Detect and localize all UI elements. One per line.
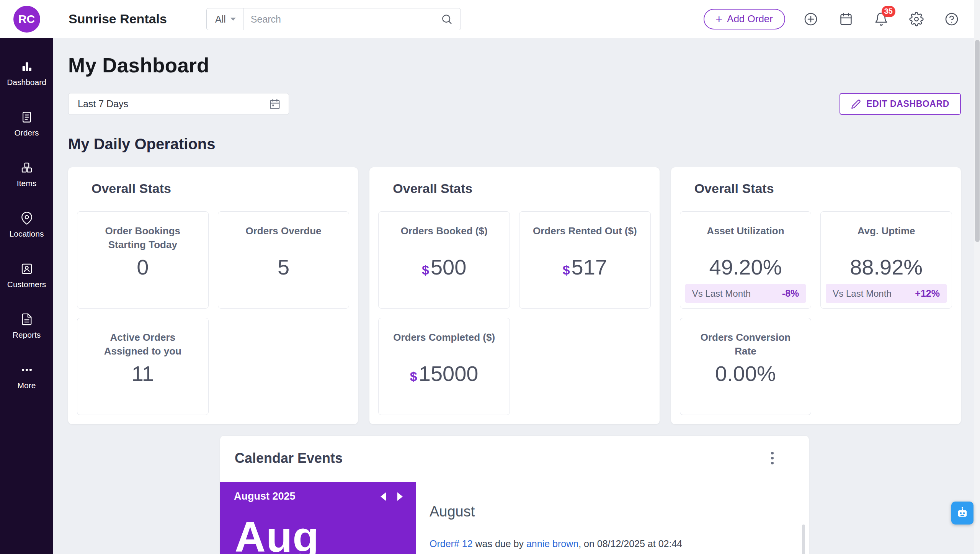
stat-value: 0	[137, 255, 149, 279]
vs-last-month-row: Vs Last Month -8%	[685, 284, 806, 303]
stat-tile-orders-overdue: Orders Overdue 5	[218, 211, 350, 309]
section-title: My Daily Operations	[68, 136, 961, 153]
calendar-icon	[839, 12, 853, 26]
stat-label: Orders Completed ($)	[382, 330, 506, 360]
gear-icon	[909, 12, 924, 26]
month-nav	[379, 491, 404, 502]
page-scrollbar-thumb[interactable]	[975, 40, 980, 242]
more-dots-icon	[20, 363, 33, 376]
stat-value: 5	[278, 255, 289, 279]
edit-dashboard-label: EDIT DASHBOARD	[866, 99, 949, 109]
date-range-value: Last 7 Days	[78, 98, 128, 109]
items-icon	[20, 161, 33, 174]
calendar-events-header: Calendar Events	[220, 436, 809, 467]
stat-label: Asset Utilization	[696, 224, 795, 254]
stat-tile-orders-completed: Orders Completed ($) $15000	[378, 318, 510, 415]
stat-value: 88.92%	[850, 255, 923, 279]
quick-add-button[interactable]	[804, 12, 818, 26]
avatar[interactable]: RC	[13, 6, 40, 33]
event-text: was due by	[473, 538, 526, 549]
next-month-button[interactable]	[396, 491, 404, 502]
calendar-icon	[269, 98, 281, 110]
stat-tile-avg-uptime: Avg. Uptime 88.92% Vs Last Month +12%	[820, 211, 952, 309]
compare-value: +12%	[915, 288, 940, 299]
previous-month-button[interactable]	[379, 491, 387, 502]
events-month-heading: August	[430, 503, 794, 520]
event-item: Order# 12 was due by annie brown, on 08/…	[430, 537, 794, 551]
sidebar-item-more[interactable]: More	[0, 351, 53, 402]
app-root: RC Sunrise Rentals All + Add Order	[0, 0, 980, 554]
vs-last-month-row: Vs Last Month +12%	[826, 284, 947, 303]
circle-plus-icon	[804, 12, 818, 26]
search-icon	[441, 13, 453, 25]
stat-label: Orders Conversion Rate	[680, 330, 811, 360]
chevron-down-icon	[230, 18, 236, 21]
search-filter-label: All	[215, 14, 226, 25]
stat-label: Avg. Uptime	[847, 224, 926, 254]
sidebar-item-customers[interactable]: Customers	[0, 250, 53, 301]
help-button[interactable]	[944, 12, 959, 26]
stat-value: $517	[563, 255, 607, 279]
customers-icon	[20, 262, 33, 275]
sidebar-label-locations: Locations	[10, 229, 44, 239]
stat-tile-orders-rented-out: Orders Rented Out ($) $517	[519, 211, 651, 309]
chatbot-button[interactable]	[951, 502, 973, 525]
sidebar-item-reports[interactable]: Reports	[0, 301, 53, 351]
stat-tile-active-orders-assigned: Active Orders Assigned to you 11	[77, 318, 209, 415]
currency-symbol: $	[410, 369, 417, 384]
calendar-button[interactable]	[839, 12, 853, 26]
topbar-actions: + Add Order 35	[704, 9, 959, 29]
overall-stats-card-2: Overall Stats Orders Booked ($) $500 Ord…	[369, 167, 659, 424]
stat-tile-asset-utilization: Asset Utilization 49.20% Vs Last Month -…	[680, 211, 812, 309]
sidebar-item-locations[interactable]: Locations	[0, 200, 53, 250]
sidebar-label-more: More	[18, 381, 36, 390]
notifications-button[interactable]: 35	[874, 12, 889, 26]
stat-tiles: Asset Utilization 49.20% Vs Last Month -…	[680, 211, 952, 415]
calendar-events-title: Calendar Events	[235, 450, 343, 466]
sidebar-label-orders: Orders	[14, 128, 39, 137]
notification-badge: 35	[882, 6, 895, 17]
settings-button[interactable]	[909, 12, 924, 26]
overall-stats-card-3: Overall Stats Asset Utilization 49.20% V…	[671, 167, 961, 424]
dashboard-controls: Last 7 Days EDIT DASHBOARD	[68, 93, 961, 115]
compare-label: Vs Last Month	[692, 288, 751, 299]
sidebar: Dashboard Orders Items Locations Custome…	[0, 38, 53, 554]
order-link[interactable]: Order# 12	[430, 538, 473, 549]
customer-link[interactable]: annie brown	[526, 538, 578, 549]
sidebar-item-orders[interactable]: Orders	[0, 99, 53, 149]
kebab-dot	[771, 462, 774, 464]
search-filter-dropdown[interactable]: All	[207, 8, 244, 30]
sidebar-item-dashboard[interactable]: Dashboard	[0, 48, 53, 99]
calendar-events-card: Calendar Events August 2025 Aug	[220, 436, 809, 554]
kebab-menu-button[interactable]	[769, 449, 776, 467]
date-range-picker[interactable]: Last 7 Days	[68, 93, 289, 115]
events-list: August Order# 12 was due by annie brown,…	[416, 482, 809, 554]
pencil-icon	[851, 99, 861, 109]
month-short-name: Aug	[220, 502, 416, 554]
page-scrollbar[interactable]	[974, 0, 980, 554]
calendar-events-body: August 2025 Aug August Order# 12 was due…	[220, 482, 809, 554]
overall-stats-card-1: Overall Stats Order Bookings Starting To…	[68, 167, 358, 424]
stat-tiles: Order Bookings Starting Today 0 Orders O…	[77, 211, 349, 415]
avatar-area: RC	[0, 6, 53, 33]
edit-dashboard-button[interactable]: EDIT DASHBOARD	[840, 93, 961, 115]
reports-icon	[20, 313, 33, 326]
page-title: My Dashboard	[68, 54, 961, 77]
sidebar-label-items: Items	[17, 179, 36, 188]
add-order-button[interactable]: + Add Order	[704, 9, 785, 29]
sidebar-label-dashboard: Dashboard	[7, 78, 46, 87]
triangle-right-icon	[397, 492, 403, 501]
stat-label: Order Bookings Starting Today	[77, 224, 208, 254]
stat-value: $15000	[410, 361, 479, 386]
search-input[interactable]	[244, 14, 433, 25]
kebab-dot	[771, 452, 774, 454]
sidebar-item-items[interactable]: Items	[0, 149, 53, 200]
search-button[interactable]	[433, 13, 461, 25]
calendar-month-block: August 2025 Aug	[220, 482, 416, 554]
card-title: Overall Stats	[393, 181, 650, 196]
stat-value: 11	[132, 361, 154, 386]
stat-value: 0.00%	[715, 361, 776, 386]
events-scrollbar[interactable]	[802, 525, 805, 554]
orders-icon	[20, 111, 33, 124]
stat-tile-orders-booked: Orders Booked ($) $500	[378, 211, 510, 309]
